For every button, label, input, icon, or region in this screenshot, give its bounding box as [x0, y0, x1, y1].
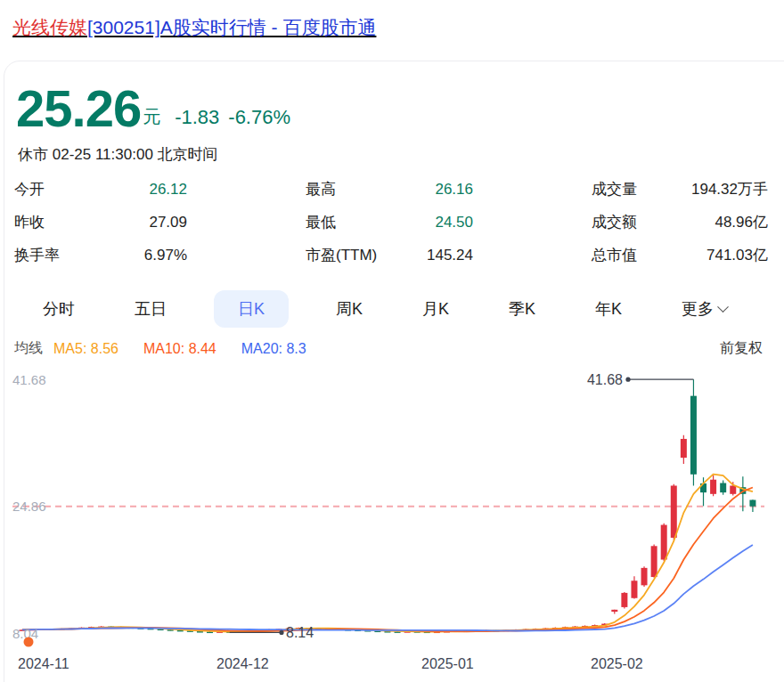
stat-volume: 成交量 194.32万手	[592, 179, 768, 199]
title-rest: [300251]A股实时行情 - 百度股市通	[87, 17, 376, 37]
stat-turnover-rate: 换手率 6.97%	[14, 245, 187, 265]
x-axis-label: 2025-02	[591, 656, 643, 672]
chevron-down-icon	[717, 301, 729, 313]
stats-grid: 今开 26.12 昨收 27.09 换手率 6.97% 最高 26.16 最低 …	[14, 179, 768, 265]
ma-legend-title: 均线	[14, 339, 43, 358]
svg-text:8.14: 8.14	[286, 625, 314, 640]
ma-legend: 均线 MA5: 8.56 MA10: 8.44 MA20: 8.3 前复权	[14, 339, 763, 358]
tab-monthly-k[interactable]: 月K	[410, 290, 461, 328]
period-tabs: 分时 五日 日K 周K 月K 季K 年K 更多	[18, 289, 763, 329]
price-unit: 元	[143, 105, 160, 137]
stat-market-cap: 总市值 741.03亿	[592, 245, 768, 265]
stat-pe-ttm: 市盈(TTM) 145.24	[306, 245, 473, 265]
x-axis-label: 2024-12	[216, 656, 269, 672]
stat-low: 最低 24.50	[306, 212, 473, 232]
stat-amount: 成交额 48.96亿	[592, 212, 768, 232]
tab-yearly-k[interactable]: 年K	[583, 290, 634, 328]
svg-text:41.68: 41.68	[12, 372, 46, 387]
svg-text:24.86: 24.86	[12, 499, 46, 514]
ma5-value: MA5: 8.56	[53, 341, 118, 357]
chart-x-axis: 2024-112024-122025-012025-02	[0, 656, 784, 678]
chart-canvas: 41.688.1441.6824.868.04	[0, 369, 784, 656]
title-highlight: 光线传媒	[12, 17, 87, 37]
tab-weekly-k[interactable]: 周K	[323, 290, 375, 328]
price-change: -1.83	[175, 106, 219, 137]
tab-five-day[interactable]: 五日	[122, 290, 179, 328]
stat-open: 今开 26.12	[14, 179, 187, 199]
svg-text:41.68: 41.68	[587, 372, 623, 387]
adjust-mode-label[interactable]: 前复权	[720, 339, 763, 358]
stock-quote-page: 光线传媒[300251]A股实时行情 - 百度股市通 25.26 元 -1.83…	[0, 0, 784, 682]
current-price: 25.26	[16, 80, 141, 137]
market-status: 休市 02-25 11:30:00 北京时间	[18, 144, 218, 165]
stat-high: 最高 26.16	[306, 179, 473, 199]
candlestick-chart[interactable]: 41.688.1441.6824.868.04	[0, 369, 784, 656]
stat-prev-close: 昨收 27.09	[14, 212, 187, 232]
x-axis-label: 2024-11	[18, 656, 69, 672]
tab-daily-k[interactable]: 日K	[214, 290, 289, 328]
tab-quarterly-k[interactable]: 季K	[496, 290, 548, 328]
tab-more[interactable]: 更多	[669, 290, 739, 328]
result-title-link[interactable]: 光线传媒[300251]A股实时行情 - 百度股市通	[12, 14, 376, 41]
price-block: 25.26 元 -1.83 -6.76%	[16, 80, 290, 137]
ma10-value: MA10: 8.44	[143, 341, 216, 357]
ma20-value: MA20: 8.3	[241, 341, 306, 357]
tab-minute[interactable]: 分时	[30, 290, 87, 328]
x-axis-label: 2025-01	[421, 656, 474, 672]
price-change-percent: -6.76%	[228, 106, 290, 137]
